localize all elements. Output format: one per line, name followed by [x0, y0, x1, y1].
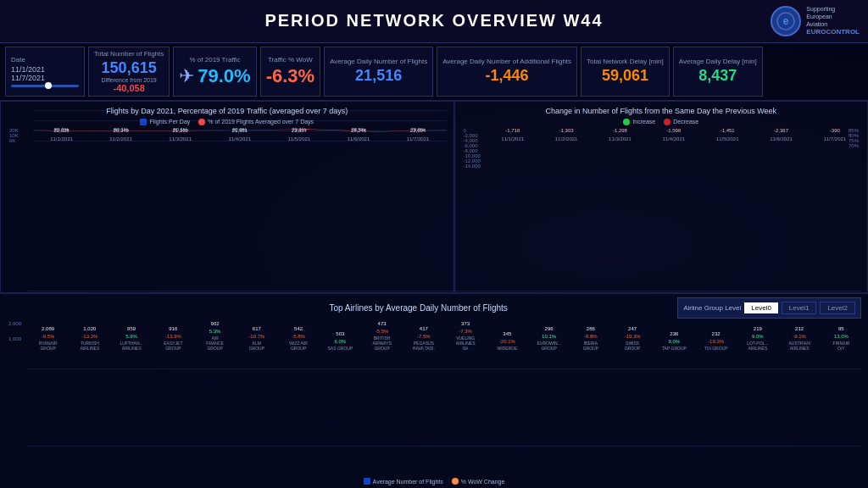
svg-text:e: e [783, 15, 789, 27]
level1-button[interactable]: Level1 [782, 302, 817, 314]
airline-name: SAS GROUP [328, 346, 353, 351]
logo-text: Supporting European Aviation EUROCONTROL [806, 5, 860, 37]
wf-date: 11/7/2021 [824, 136, 847, 141]
kpi-total-flights: Total Number of Flights 150,615 Differen… [88, 47, 170, 97]
airline-val: 959 [127, 326, 136, 331]
airline-bar-group: 373 -7.3% VUELING AIRLINES SA [446, 321, 486, 351]
legend-wow-change: % WoW Change [452, 478, 505, 485]
kpi-traffic-wow: Traffic % WoW -6.3% [260, 47, 320, 97]
airline-pct: -5.8% [292, 334, 305, 339]
airline-name: IBERIA GROUP [583, 341, 598, 351]
wf-date: 11/1/2021 [501, 136, 524, 141]
airline-bar-group: 902 5.3% AIR FRANCE GROUP [195, 321, 235, 351]
airline-name: LOT-POL... AIRLINES [747, 341, 768, 351]
waterfall-chart: 0 -2,000 -4,000 -6,000 -8,000 -10,000 -1… [462, 128, 860, 158]
airline-val: 916 [169, 326, 177, 331]
flights-chart-title: Flights by Day 2021, Percentage of 2019 … [8, 107, 447, 115]
total-delay-label: Total Network Delay [min] [587, 58, 664, 65]
flights-bar-chart: 20K 10K 0K 22,028 80.3% 11/1/2021 20,349… [8, 128, 447, 158]
wf-date: 11/4/2021 [662, 136, 685, 141]
airline-bar-group: 286 -8.8% IBERIA GROUP [570, 326, 610, 351]
airline-name: TUI GROUP [704, 346, 728, 351]
eurocontrol-logo: e [771, 6, 801, 36]
airline-bar-group: 959 5.9% LUFTHAN... AIRLINES [112, 326, 152, 351]
airline-bar-group: 617 -10.7% KLM GROUP [236, 326, 276, 351]
bottom-header: Top Airlines by Average Daily Number of … [7, 297, 861, 319]
waterfall-right-y-axis: 85% 80% 75% 70% [849, 128, 859, 141]
airline-val: 232 [712, 331, 721, 336]
main-container: PERIOD NETWORK OVERVIEW W44 e Supporting… [0, 0, 868, 488]
airline-name: BRITISH AIRWAYS GROUP [372, 336, 391, 351]
airline-name: RYANAIR GROUP [39, 341, 58, 351]
airline-bar-group: 417 -7.5% PEGASUS HAVA TASI. [403, 326, 443, 351]
gridline [28, 291, 861, 291]
airline-pct: -7.3% [459, 329, 472, 334]
waterfall-title: Change in Number of Flights from the Sam… [462, 107, 860, 115]
wf-label: -1,451 [721, 128, 735, 133]
airline-name: TURKISH AIRLINES [80, 341, 99, 351]
airline-pct: 6.0% [335, 339, 347, 344]
airline-bar-group: 236 9.0% TAP GROUP [654, 331, 694, 351]
airline-bar-group: 232 -19.3% TUI GROUP [696, 331, 736, 351]
airline-name: LUFTHAN... AIRLINES [120, 341, 143, 351]
waterfall-panel: Change in Number of Flights from the Sam… [454, 101, 868, 293]
airline-pct: -10.7% [248, 334, 264, 339]
airline-val: 1,020 [83, 326, 96, 331]
plane-icon: ✈ [179, 65, 194, 87]
airline-val: 902 [211, 321, 220, 326]
date-slider[interactable] [11, 85, 79, 87]
legend-decrease: Decrease [664, 119, 698, 125]
total-delay-value: 59,061 [602, 67, 648, 85]
airline-bar-group: 95 13.0% FINNAIR O/Y [821, 326, 861, 351]
wf-date: 11/5/2021 [716, 136, 739, 141]
airlines-bar-chart: 2,000 1,000 2,089 -9.5% RYANAIR GROUP 1,… [7, 321, 861, 380]
kpi-row: Date 11/1/2021 11/7/2021 Total Number of… [0, 43, 868, 101]
avg-flights-label: Average Daily Number of Flights [330, 58, 427, 65]
airline-val: 617 [253, 326, 261, 331]
airline-val: 503 [336, 331, 344, 336]
level2-button[interactable]: Level2 [820, 302, 855, 314]
airline-name: SWISS GROUP [625, 341, 640, 351]
avg-delay-value: 8,437 [698, 67, 737, 85]
middle-row: Flights by Day 2021, Percentage of 2019 … [0, 101, 868, 293]
airline-bar-group: 212 -9.1% AUSTRIAN AIRLINES [780, 326, 820, 351]
kpi-date: Date 11/1/2021 11/7/2021 [5, 47, 85, 97]
wf-label: -2,367 [774, 128, 788, 133]
waterfall-bar-group: -1,596 11/4/2021 [648, 128, 699, 141]
wf-label: -1,716 [505, 128, 520, 133]
flights-y-axis: 20K 10K 0K [9, 128, 19, 141]
level0-button[interactable]: Level0 [744, 302, 778, 313]
bottom-row: Top Airlines by Average Daily Number of … [0, 293, 868, 488]
airlines-y-axis: 2,000 1,000 [8, 321, 21, 351]
avg-flights-value: 21,516 [355, 67, 402, 85]
airline-val: 296 [545, 326, 554, 331]
airline-val: 247 [628, 326, 637, 331]
avg-additional-value: -1,446 [486, 67, 529, 85]
airline-bar-group: 473 -5.5% BRITISH AIRWAYS GROUP [362, 321, 402, 351]
kpi-avg-flights: Average Daily Number of Flights 21,516 [324, 47, 433, 97]
airline-pct: -5.5% [376, 329, 389, 334]
airline-val: 417 [420, 326, 428, 331]
total-flights-diff: -40,058 [113, 83, 144, 93]
page-title: PERIOD NETWORK OVERVIEW W44 [102, 11, 766, 30]
level-selector-title: Airline Group Level [683, 304, 741, 312]
airline-pct: -20.1% [499, 339, 515, 344]
kpi-pct-2019: % of 2019 Traffic ✈ 79.0% [173, 47, 256, 97]
airline-val: 473 [378, 321, 387, 326]
waterfall-bar-group: -2,367 11/6/2021 [755, 128, 806, 141]
header: PERIOD NETWORK OVERVIEW W44 e Supporting… [0, 0, 868, 43]
airline-name: AUSTRIAN AIRLINES [788, 341, 810, 351]
waterfall-bar-group: -1,303 11/2/2021 [541, 128, 592, 141]
airline-bar-group: 542 -5.8% WIZZ AIR GROUP [279, 326, 319, 351]
wf-label: -1,303 [559, 128, 574, 133]
wf-label: -390 [830, 128, 840, 133]
avg-delay-label: Average Daily Delay [min] [679, 58, 757, 65]
wf-label: -1,596 [666, 128, 681, 133]
waterfall-y-axis: 0 -2,000 -4,000 -6,000 -8,000 -10,000 -1… [464, 128, 481, 141]
airline-name: AIR FRANCE GROUP [206, 336, 224, 351]
wf-label: -1,298 [613, 128, 627, 133]
date-end: 11/7/2021 [11, 74, 45, 82]
airline-bar-group: 247 -19.3% SWISS GROUP [613, 326, 653, 351]
airline-val: 2,089 [42, 326, 54, 331]
airline-pct: -8.8% [584, 334, 598, 339]
